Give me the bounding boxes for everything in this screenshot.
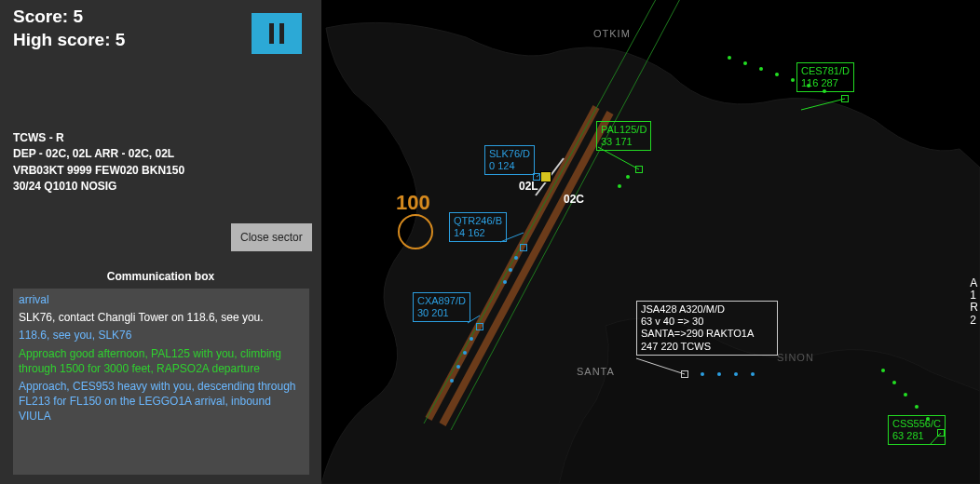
trail-dot: [915, 405, 919, 409]
tag-line: 63 v 40 => 30: [641, 316, 773, 328]
range-number: 100: [396, 191, 430, 215]
trail-dot: [728, 56, 731, 60]
tag-line: QTR246/B: [454, 215, 502, 227]
trail-dot: [775, 73, 779, 76]
target-pal125[interactable]: [635, 166, 643, 173]
trail-dot: [456, 365, 460, 369]
trail-dot: [881, 369, 885, 372]
pause-button[interactable]: [252, 13, 302, 54]
fix-santa: SANTA: [577, 366, 615, 377]
trail-dot: [626, 175, 630, 179]
tag-line: 247 220 TCWS: [641, 341, 773, 353]
highscore-line: High score: 5: [13, 29, 125, 52]
comm-message: SLK76, contact Changli Tower on 118.6, s…: [19, 310, 304, 325]
tag-line: 33 171: [601, 136, 647, 148]
tag-line: 116 287: [801, 77, 850, 89]
trail-dot: [470, 337, 473, 341]
atis-line: DEP - 02C, 02L ARR - 02C, 02L: [13, 146, 184, 162]
runway-02L: 02L: [519, 180, 538, 193]
trail-dot: [717, 372, 721, 376]
comm-message: arrival: [19, 292, 304, 307]
score-line: Score: 5: [13, 6, 125, 29]
trail-dot: [514, 256, 518, 260]
tag-line: 30 201: [417, 307, 466, 319]
target-ces781[interactable]: [841, 95, 849, 102]
atis-line: TCWS - R: [13, 130, 184, 146]
edge-tag: A1R2: [970, 277, 978, 327]
comm-message: Approach good afternoon, PAL125 with you…: [19, 346, 304, 376]
tag-line: 14 162: [454, 227, 502, 239]
tag-line: SLK76/D: [489, 148, 530, 160]
datatag-pal125[interactable]: PAL125/D 33 171: [596, 121, 651, 151]
datatag-slk76[interactable]: SLK76/D 0 124: [484, 145, 535, 175]
comm-message: Approach, CES953 heavy with you, descend…: [19, 379, 304, 424]
runway-02C: 02C: [564, 193, 584, 206]
datatag-cxa897[interactable]: CXA897/D 30 201: [413, 292, 470, 322]
trail-dot: [751, 372, 755, 376]
datatag-css556[interactable]: CSS556/C 63 281: [888, 415, 946, 445]
datatag-qtr246[interactable]: QTR246/B 14 162: [449, 212, 507, 242]
trail-dot: [892, 381, 896, 384]
datatag-ces781[interactable]: CES781/D 116 287: [796, 62, 854, 92]
target-qtr246[interactable]: [520, 244, 527, 251]
tag-line: SANTA=>290 RAKTO1A: [641, 328, 773, 340]
fix-sinon: SINON: [777, 352, 814, 363]
trail-dot: [463, 351, 467, 355]
trail-dot: [618, 184, 621, 188]
runway-marker: [540, 171, 551, 182]
trail-dot: [503, 280, 507, 284]
target-jsa428[interactable]: [681, 370, 688, 378]
trail-dot: [701, 372, 704, 376]
tag-line: 63 281: [892, 430, 941, 442]
comm-box-title: Communication box: [0, 270, 321, 283]
trail-dot: [509, 268, 512, 272]
target-cxa897[interactable]: [476, 323, 483, 330]
tag-line: JSA428 A320/M/D: [641, 303, 773, 316]
tag-line: 0 124: [489, 160, 530, 172]
fix-otkim: OTKIM: [593, 28, 631, 39]
close-sector-button[interactable]: Close sector: [231, 223, 312, 251]
trail-dot: [759, 67, 763, 71]
trail-dot: [450, 379, 454, 383]
atis-line: VRB03KT 9999 FEW020 BKN150: [13, 163, 184, 179]
tag-line: CES781/D: [801, 65, 850, 77]
tag-line: PAL125/D: [601, 124, 647, 136]
range-circle: [398, 214, 433, 249]
trail-dot: [791, 78, 795, 82]
tag-line: CXA897/D: [417, 295, 466, 307]
score-display: Score: 5 High score: 5: [13, 6, 125, 51]
trail-dot: [734, 372, 738, 376]
tag-line: CSS556/C: [892, 418, 941, 430]
trail-dot: [743, 61, 747, 65]
sidebar-panel: Score: 5 High score: 5 TCWS - R DEP - 02…: [0, 0, 321, 484]
atis-line: 30/24 Q1010 NOSIG: [13, 179, 184, 195]
comm-message: 118.6, see you, SLK76: [19, 328, 304, 343]
communication-box[interactable]: arrivalSLK76, contact Changli Tower on 1…: [13, 289, 309, 475]
datatag-jsa428[interactable]: JSA428 A320/M/D 63 v 40 => 30 SANTA=>290…: [636, 301, 778, 356]
trail-dot: [904, 393, 907, 397]
atis-block: TCWS - R DEP - 02C, 02L ARR - 02C, 02L V…: [13, 130, 184, 195]
